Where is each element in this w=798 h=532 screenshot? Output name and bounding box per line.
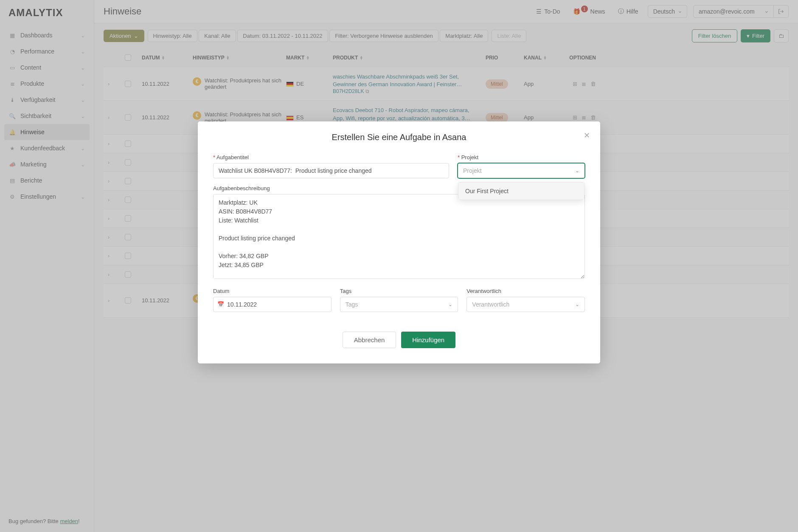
modal-title: Erstellen Sie eine Aufgabe in Asana: [213, 132, 585, 142]
chevron-down-icon: ⌄: [448, 301, 452, 307]
tags-select[interactable]: Tags ⌄: [340, 297, 458, 312]
close-button[interactable]: ✕: [584, 131, 590, 140]
project-select[interactable]: Projekt ⌄ Our First Project: [458, 163, 585, 178]
assignee-label: Verantwortlich: [466, 288, 585, 294]
date-input[interactable]: [213, 297, 332, 312]
close-icon: ✕: [584, 131, 590, 140]
task-title-label: Aufgabentitel: [213, 154, 449, 160]
modal-overlay[interactable]: ✕ Erstellen Sie eine Aufgabe in Asana Au…: [0, 0, 798, 532]
calendar-icon: 📅: [217, 301, 224, 307]
assignee-select[interactable]: Verantwortlich ⌄: [466, 297, 585, 312]
asana-modal: ✕ Erstellen Sie eine Aufgabe in Asana Au…: [198, 121, 600, 363]
tags-placeholder: Tags: [346, 301, 358, 308]
tags-label: Tags: [340, 288, 458, 294]
project-label: Projekt: [458, 154, 585, 160]
assignee-placeholder: Verantwortlich: [472, 301, 509, 308]
project-placeholder: Projekt: [463, 167, 482, 174]
project-option[interactable]: Our First Project: [458, 183, 584, 200]
chevron-down-icon: ⌄: [575, 301, 579, 307]
description-textarea[interactable]: [213, 194, 585, 279]
task-title-input[interactable]: [213, 163, 449, 178]
submit-button[interactable]: Hinzufügen: [401, 332, 455, 348]
cancel-button[interactable]: Abbrechen: [343, 332, 396, 348]
project-dropdown: Our First Project: [458, 182, 584, 200]
date-label: Datum: [213, 288, 332, 294]
chevron-down-icon: ⌄: [575, 168, 579, 174]
